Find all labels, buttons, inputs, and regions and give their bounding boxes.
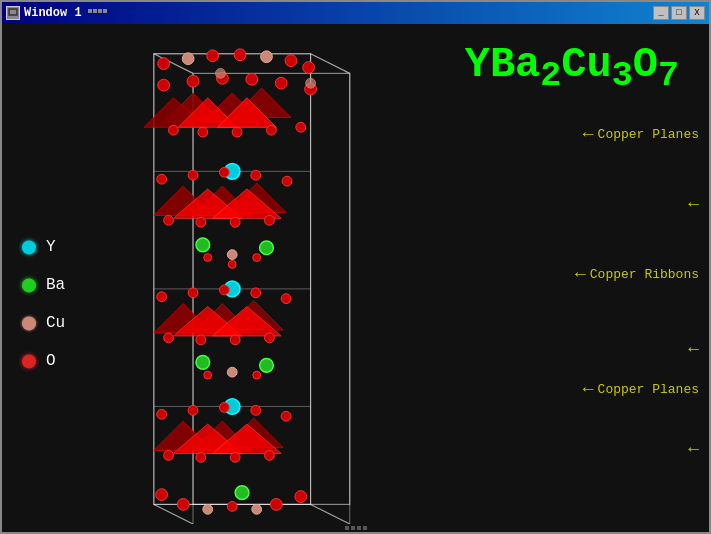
ba-label: Ba: [46, 276, 65, 294]
svg-point-49: [260, 241, 274, 255]
svg-point-33: [296, 122, 306, 132]
annotation-copper-ribbons: ← Copper Ribbons: [575, 264, 699, 284]
svg-point-98: [158, 58, 170, 70]
svg-point-43: [251, 170, 261, 180]
annotations-panel: ← Copper Planes ← ← Copper Ribbons ← ← C…: [499, 24, 699, 532]
svg-point-72: [227, 367, 237, 377]
arrow-icon-5: ←: [583, 379, 594, 399]
svg-point-44: [282, 176, 292, 186]
svg-point-96: [295, 491, 307, 503]
svg-point-27: [275, 77, 287, 89]
legend-item-O: O: [22, 352, 65, 370]
y-dot: [22, 240, 36, 254]
svg-point-73: [253, 371, 261, 379]
copper-ribbons-label: Copper Ribbons: [590, 267, 699, 282]
annotation-arrow-4: ←: [688, 339, 699, 359]
svg-point-90: [156, 489, 168, 501]
svg-point-101: [234, 49, 246, 61]
svg-point-53: [204, 254, 212, 262]
svg-point-32: [266, 125, 276, 135]
arrow-icon-4: ←: [688, 339, 699, 359]
ba-dot: [22, 278, 36, 292]
arrow-icon-2: ←: [688, 194, 699, 214]
svg-point-102: [261, 51, 273, 63]
svg-point-99: [182, 53, 194, 65]
title-bar: Window 1 _ □ X: [2, 2, 709, 24]
svg-point-24: [187, 75, 199, 87]
cu-dot: [22, 316, 36, 330]
cu-label: Cu: [46, 314, 65, 332]
svg-point-82: [188, 405, 198, 415]
svg-rect-0: [9, 9, 17, 15]
svg-point-103: [285, 55, 297, 67]
svg-point-46: [196, 217, 206, 227]
svg-point-23: [158, 79, 170, 91]
svg-point-104: [303, 62, 315, 74]
maximize-button[interactable]: □: [671, 6, 687, 20]
svg-point-68: [230, 335, 240, 345]
svg-rect-3: [98, 9, 102, 13]
svg-point-62: [188, 288, 198, 298]
svg-point-71: [196, 356, 210, 370]
legend: Y Ba Cu O: [22, 238, 65, 370]
y-label: Y: [46, 238, 56, 256]
legend-item-Cu: Cu: [22, 314, 65, 332]
svg-point-40: [157, 174, 167, 184]
svg-point-45: [164, 215, 174, 225]
svg-line-10: [311, 504, 350, 524]
o-dot: [22, 354, 36, 368]
svg-point-64: [251, 288, 261, 298]
svg-point-67: [196, 335, 206, 345]
main-content: YBa2Cu3O7 Y Ba Cu O: [2, 24, 709, 532]
svg-point-95: [270, 499, 282, 511]
svg-point-41: [188, 170, 198, 180]
svg-point-100: [207, 50, 219, 62]
window: Window 1 _ □ X YBa2Cu3O7 Y: [0, 0, 711, 534]
svg-point-50: [196, 238, 210, 252]
arrow-icon-6: ←: [688, 439, 699, 459]
svg-point-97: [235, 486, 249, 500]
copper-planes-bottom-label: Copper Planes: [598, 382, 699, 397]
svg-point-61: [157, 292, 167, 302]
annotation-arrow-6: ←: [688, 439, 699, 459]
copper-planes-top-label: Copper Planes: [598, 127, 699, 142]
svg-point-48: [265, 215, 275, 225]
svg-point-83: [219, 403, 229, 413]
svg-point-93: [227, 501, 237, 511]
arrow-icon-3: ←: [575, 264, 586, 284]
svg-point-94: [252, 504, 262, 514]
close-button[interactable]: X: [689, 6, 705, 20]
svg-point-63: [219, 285, 229, 295]
svg-rect-1: [88, 9, 92, 13]
annotation-arrow-2: ←: [688, 194, 699, 214]
minimize-button[interactable]: _: [653, 6, 669, 20]
resize-grip: [345, 526, 367, 530]
svg-point-26: [246, 73, 258, 85]
svg-point-66: [164, 333, 174, 343]
svg-point-88: [230, 452, 240, 462]
svg-point-54: [228, 260, 236, 268]
title-bar-left: Window 1: [6, 6, 108, 20]
svg-point-65: [281, 294, 291, 304]
svg-rect-2: [93, 9, 97, 13]
svg-point-81: [157, 409, 167, 419]
svg-point-52: [253, 254, 261, 262]
svg-point-84: [251, 405, 261, 415]
svg-point-29: [169, 125, 179, 135]
svg-line-8: [311, 54, 350, 74]
svg-point-86: [164, 451, 174, 461]
title-buttons: _ □ X: [653, 6, 705, 20]
window-title: Window 1: [24, 6, 82, 20]
window-icon: [6, 6, 20, 20]
svg-point-89: [265, 451, 275, 461]
svg-point-30: [198, 127, 208, 137]
legend-item-Y: Y: [22, 238, 65, 256]
arrow-icon-1: ←: [583, 124, 594, 144]
svg-rect-4: [103, 9, 107, 13]
svg-point-47: [230, 217, 240, 227]
svg-point-74: [204, 371, 212, 379]
annotation-copper-planes-bottom: ← Copper Planes: [583, 379, 699, 399]
crystal-structure: [82, 44, 402, 524]
svg-point-69: [265, 333, 275, 343]
annotation-copper-planes-top: ← Copper Planes: [583, 124, 699, 144]
